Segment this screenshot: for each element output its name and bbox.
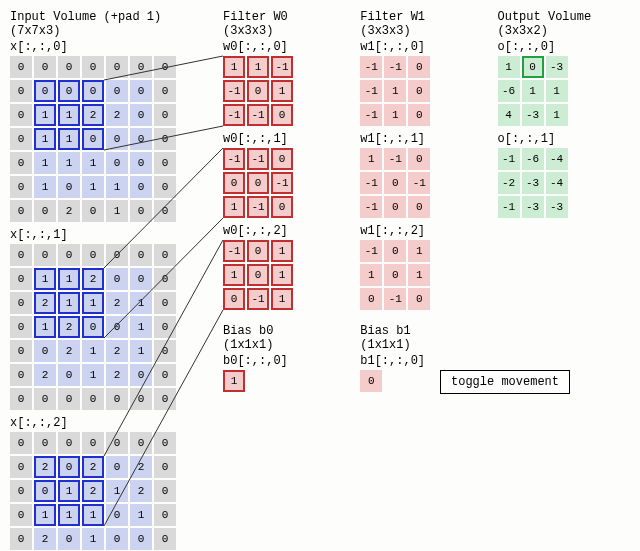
grid-cell: 0: [408, 148, 430, 170]
input-cell: 2: [34, 364, 56, 386]
grid-cell: 1: [408, 240, 430, 262]
input-cell: 1: [130, 504, 152, 526]
input-cell: 0: [106, 432, 128, 454]
input-cell: 2: [106, 104, 128, 126]
grid-cell: 0: [271, 196, 293, 218]
input-cell: 2: [34, 528, 56, 550]
input-cell: 0: [34, 244, 56, 266]
output-cell: 0: [522, 56, 544, 78]
input-cell: 1: [82, 528, 104, 550]
input-cell: 0: [106, 128, 128, 150]
output-cell: -3: [522, 104, 544, 126]
label-w00: w0[:,:,0]: [223, 40, 330, 54]
grid-cell: 0: [271, 148, 293, 170]
input-cell: 0: [154, 316, 176, 338]
input-cell: 1: [58, 128, 80, 150]
grid-cell: 0: [384, 196, 406, 218]
input-cell: 0: [106, 56, 128, 78]
label-b00: b0[:,:,0]: [223, 354, 330, 368]
input-cell: 0: [106, 80, 128, 102]
label-x2: x[:,:,2]: [10, 416, 193, 430]
input-cell: 0: [154, 388, 176, 410]
grid-cell: 0: [271, 104, 293, 126]
output-cell: -6: [498, 80, 520, 102]
output-cell: 1: [546, 104, 568, 126]
filter-grid-w10: -1-10-110-110: [360, 56, 467, 126]
grid-cell: 0: [384, 264, 406, 286]
label-w02: w0[:,:,2]: [223, 224, 330, 238]
input-cell: 1: [106, 200, 128, 222]
input-cell: 0: [154, 504, 176, 526]
input-cell: 0: [34, 340, 56, 362]
input-cell: 2: [82, 268, 104, 290]
input-cell: 0: [34, 80, 56, 102]
input-cell: 0: [130, 128, 152, 150]
grid-cell: -1: [408, 172, 430, 194]
input-cell: 0: [130, 244, 152, 266]
grid-cell: 0: [360, 288, 382, 310]
toggle-movement-button[interactable]: toggle movement: [440, 370, 570, 394]
filter-grid-w00: 11-1-101-1-10: [223, 56, 330, 126]
input-cell: 0: [10, 528, 32, 550]
input-cell: 0: [58, 244, 80, 266]
input-cell: 0: [58, 56, 80, 78]
input-cell: 1: [58, 292, 80, 314]
input-cell: 1: [106, 176, 128, 198]
output-cell: 1: [522, 80, 544, 102]
grid-cell: 0: [360, 370, 382, 392]
input-cell: 1: [82, 152, 104, 174]
grid-cell: -6: [522, 148, 544, 170]
input-cell: 0: [82, 80, 104, 102]
grid-cell: 0: [408, 56, 430, 78]
filter-grid-w02: -1011010-11: [223, 240, 330, 310]
input-cell: 1: [34, 152, 56, 174]
input-cell: 1: [58, 268, 80, 290]
input-cell: 0: [106, 244, 128, 266]
input-cell: 1: [130, 340, 152, 362]
grid-cell: 0: [408, 104, 430, 126]
input-cell: 1: [34, 104, 56, 126]
grid-cell: -1: [247, 104, 269, 126]
grid-cell: -1: [247, 148, 269, 170]
grid-cell: 1: [408, 264, 430, 286]
bias-grid-b0: 1: [223, 370, 330, 392]
input-cell: 1: [34, 504, 56, 526]
input-cell: 1: [34, 176, 56, 198]
input-cell: 0: [10, 268, 32, 290]
filter-w0-column: Filter W0 (3x3x3) w0[:,:,0] 11-1-101-1-1…: [223, 10, 330, 392]
input-cell: 0: [154, 292, 176, 314]
label-w12: w1[:,:,2]: [360, 224, 467, 238]
input-cell: 1: [58, 504, 80, 526]
input-cell: 1: [34, 316, 56, 338]
input-cell: 0: [130, 268, 152, 290]
b0-title: Bias b0 (1x1x1): [223, 324, 330, 352]
input-cell: 2: [34, 456, 56, 478]
input-cell: 0: [106, 152, 128, 174]
input-cell: 0: [154, 340, 176, 362]
grid-cell: -1: [247, 288, 269, 310]
input-cell: 0: [10, 316, 32, 338]
grid-cell: -3: [522, 172, 544, 194]
grid-cell: -1: [384, 288, 406, 310]
input-cell: 0: [82, 316, 104, 338]
filter-grid-w11: 1-10-10-1-100: [360, 148, 467, 218]
grid-cell: 0: [408, 80, 430, 102]
label-w01: w0[:,:,1]: [223, 132, 330, 146]
input-cell: 2: [34, 292, 56, 314]
grid-cell: -1: [223, 80, 245, 102]
input-column: Input Volume (+pad 1) (7x7x3) x[:,:,0] 0…: [10, 10, 193, 551]
grid-cell: -1: [384, 56, 406, 78]
grid-cell: 1: [360, 148, 382, 170]
input-cell: 1: [130, 316, 152, 338]
input-cell: 1: [58, 480, 80, 502]
input-cell: 1: [82, 176, 104, 198]
input-cell: 0: [130, 56, 152, 78]
input-cell: 0: [82, 200, 104, 222]
grid-cell: 1: [223, 196, 245, 218]
input-cell: 0: [10, 176, 32, 198]
input-cell: 0: [10, 80, 32, 102]
grid-cell: -4: [546, 148, 568, 170]
input-cell: 0: [58, 456, 80, 478]
grid-cell: 0: [223, 172, 245, 194]
output-column: Output Volume (3x3x2) o[:,:,0] 10-3-6114…: [498, 10, 631, 218]
